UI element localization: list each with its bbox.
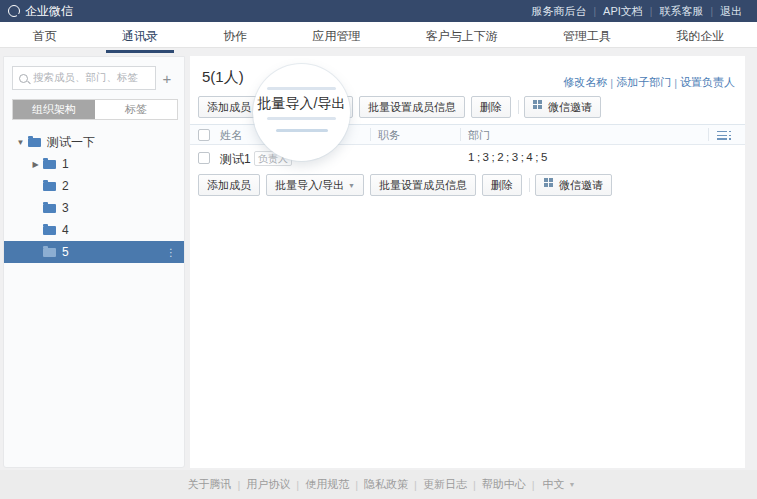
footer-link-user-agreement[interactable]: 用户协议 — [240, 477, 296, 492]
column-divider — [708, 128, 709, 141]
wechat-invite-label: 微信邀请 — [559, 178, 603, 193]
tree-item-3[interactable]: 3 — [4, 197, 184, 219]
tab-label: 管理工具 — [547, 28, 627, 50]
footer: 关于腾讯 | 用户协议 | 使用规范 | 隐私政策 | 更新日志 | 帮助中心 … — [0, 470, 757, 499]
separator: | — [674, 77, 677, 89]
topbar-link-logout[interactable]: 退出 — [713, 4, 749, 19]
tree-item-2[interactable]: 2 — [4, 175, 184, 197]
tab-customers[interactable]: 客户与上下游 — [410, 22, 514, 50]
magnified-border-line — [267, 117, 336, 120]
qr-code-icon — [533, 100, 537, 104]
qr-code-icon — [544, 178, 548, 182]
sidebar-search-row: 搜索成员、部门、标签 + — [12, 66, 178, 90]
tree-item-4[interactable]: 4 — [4, 219, 184, 241]
tree-item-label: 5 — [62, 245, 69, 259]
footer-link-privacy[interactable]: 隐私政策 — [358, 477, 414, 492]
set-leader-link[interactable]: 设置负责人 — [680, 75, 735, 90]
sidebar-tabs: 组织架构 标签 — [12, 99, 178, 120]
brand: 企业微信 — [8, 3, 73, 20]
footer-link-about[interactable]: 关于腾讯 — [181, 477, 237, 492]
topbar-link-provider[interactable]: 服务商后台 — [524, 4, 593, 19]
sidebar: 搜索成员、部门、标签 + 组织架构 标签 ▼ 测试一下 ▶ 1 2 3 — [3, 56, 185, 468]
column-title: 职务 — [378, 128, 400, 143]
batch-import-export-button[interactable]: 批量导入/导出 ▼ — [266, 174, 364, 196]
tab-label: 协作 — [207, 28, 263, 50]
main-nav: 首页 通讯录 协作 应用管理 客户与上下游 管理工具 我的企业 — [0, 22, 757, 48]
chevron-down-icon[interactable]: ▼ — [16, 138, 25, 147]
tab-contacts[interactable]: 通讯录 — [106, 22, 174, 53]
tree-item-label: 测试一下 — [47, 134, 95, 151]
divider — [529, 178, 530, 192]
member-name[interactable]: 测试1 — [220, 151, 251, 168]
wechat-invite-label: 微信邀请 — [548, 100, 592, 115]
column-divider — [370, 128, 371, 141]
tab-org-structure[interactable]: 组织架构 — [13, 100, 95, 119]
tab-my-company[interactable]: 我的企业 — [660, 22, 740, 50]
search-placeholder: 搜索成员、部门、标签 — [33, 71, 138, 85]
tab-admin-tools[interactable]: 管理工具 — [547, 22, 627, 50]
page-title: 5(1人) — [202, 68, 244, 87]
tree-item-root[interactable]: ▼ 测试一下 — [4, 131, 184, 153]
tab-label: 我的企业 — [660, 28, 740, 50]
select-all-checkbox[interactable] — [198, 129, 210, 141]
add-subdepartment-link[interactable]: 添加子部门 — [616, 75, 671, 90]
tab-label: 客户与上下游 — [410, 28, 514, 50]
add-button[interactable]: + — [156, 70, 178, 87]
member-department: 1;3;2;3;4;5 — [468, 151, 550, 163]
tab-collaboration[interactable]: 协作 — [207, 22, 263, 50]
tree-item-1[interactable]: ▶ 1 — [4, 153, 184, 175]
folder-icon — [43, 248, 56, 257]
add-member-button[interactable]: 添加成员 — [198, 96, 260, 118]
search-icon — [19, 74, 28, 83]
folder-icon — [43, 226, 56, 235]
tree-item-label: 1 — [62, 157, 69, 171]
search-input[interactable]: 搜索成员、部门、标签 — [12, 66, 156, 90]
topbar-link-support[interactable]: 联系客服 — [652, 4, 710, 19]
tab-label: 通讯录 — [106, 28, 174, 53]
tab-home[interactable]: 首页 — [17, 22, 73, 50]
brand-name: 企业微信 — [25, 3, 73, 20]
row-checkbox[interactable] — [198, 152, 210, 164]
footer-link-usage-rules[interactable]: 使用规范 — [299, 477, 355, 492]
chevron-right-icon[interactable]: ▶ — [31, 160, 40, 169]
folder-icon — [43, 204, 56, 213]
column-department: 部门 — [468, 128, 490, 143]
tab-apps[interactable]: 应用管理 — [296, 22, 376, 50]
folder-icon — [43, 182, 56, 191]
tab-label: 应用管理 — [296, 28, 376, 50]
main-panel: 5(1人) 修改名称 | 添加子部门 | 设置负责人 添加成员 批量导入/导出 … — [190, 56, 745, 468]
tree-item-label: 3 — [62, 201, 69, 215]
footer-link-changelog[interactable]: 更新日志 — [417, 477, 473, 492]
add-member-button[interactable]: 添加成员 — [198, 174, 260, 196]
batch-set-info-button[interactable]: 批量设置成员信息 — [359, 96, 465, 118]
topbar: 企业微信 服务商后台 | API文档 | 联系客服 | 退出 — [0, 0, 757, 22]
more-options-icon[interactable]: ⋮ — [166, 247, 176, 258]
tab-label: 首页 — [17, 28, 73, 50]
tree-item-label: 2 — [62, 179, 69, 193]
topbar-link-api-docs[interactable]: API文档 — [596, 4, 650, 19]
magnified-text: 批量导入/导出 — [253, 95, 350, 113]
rename-link[interactable]: 修改名称 — [563, 75, 607, 90]
topbar-links: 服务商后台 | API文档 | 联系客服 | 退出 — [524, 4, 749, 19]
column-divider — [460, 128, 461, 141]
column-name: 姓名 — [220, 128, 242, 143]
wechat-invite-button[interactable]: 微信邀请 — [524, 96, 601, 118]
tab-labels[interactable]: 标签 — [95, 100, 177, 119]
batch-set-info-button[interactable]: 批量设置成员信息 — [370, 174, 476, 196]
column-settings-icon[interactable] — [717, 131, 731, 140]
magnified-border-line — [267, 87, 336, 90]
delete-button[interactable]: 删除 — [482, 174, 522, 196]
footer-link-help-center[interactable]: 帮助中心 — [476, 477, 532, 492]
list-lines-icon — [717, 131, 727, 140]
wechat-invite-button[interactable]: 微信邀请 — [535, 174, 612, 196]
list-dots-icon — [729, 131, 731, 140]
chevron-down-icon: ▼ — [569, 481, 576, 488]
toolbar-bottom: 添加成员 批量导入/导出 ▼ 批量设置成员信息 删除 微信邀请 — [198, 174, 618, 196]
chevron-down-icon: ▼ — [348, 182, 355, 189]
wework-logo-icon — [8, 5, 20, 17]
tree-item-5-selected[interactable]: 5 ⋮ — [4, 241, 184, 263]
folder-icon — [28, 138, 41, 147]
delete-button[interactable]: 删除 — [471, 96, 511, 118]
separator: | — [610, 77, 613, 89]
language-selector[interactable]: 中文 — [535, 477, 569, 492]
